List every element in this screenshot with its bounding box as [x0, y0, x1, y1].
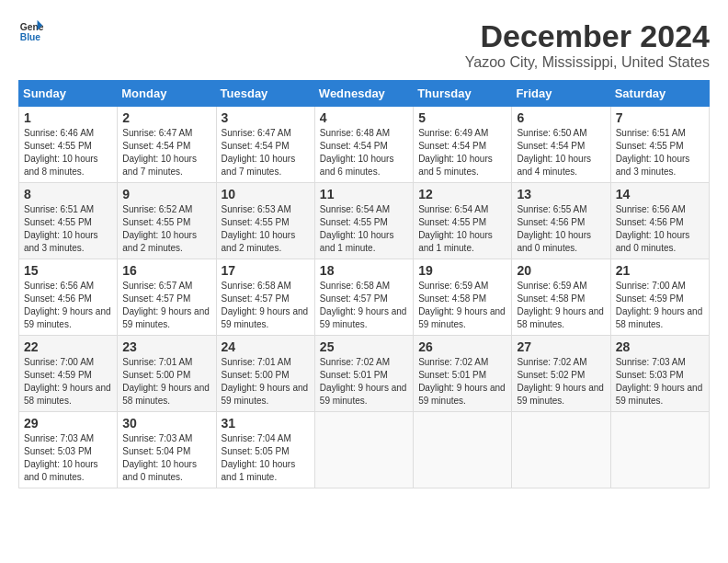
- day-number: 16: [122, 263, 210, 278]
- day-number: 19: [418, 263, 506, 278]
- day-header-wednesday: Wednesday: [314, 81, 413, 107]
- day-number: 18: [320, 263, 408, 278]
- day-info: Sunrise: 6:56 AMSunset: 4:56 PMDaylight:…: [616, 204, 690, 253]
- day-number: 4: [320, 110, 408, 125]
- page-title: December 2024: [465, 18, 710, 54]
- logo: General Blue: [18, 18, 44, 44]
- day-header-friday: Friday: [512, 81, 610, 107]
- calendar-cell: 15 Sunrise: 6:56 AMSunset: 4:56 PMDaylig…: [19, 259, 118, 336]
- day-info: Sunrise: 6:53 AMSunset: 4:55 PMDaylight:…: [222, 204, 296, 253]
- day-number: 25: [320, 339, 408, 354]
- day-info: Sunrise: 6:50 AMSunset: 4:54 PMDaylight:…: [517, 128, 591, 177]
- day-info: Sunrise: 7:03 AMSunset: 5:03 PMDaylight:…: [24, 433, 98, 482]
- day-info: Sunrise: 6:51 AMSunset: 4:55 PMDaylight:…: [24, 204, 98, 253]
- day-number: 21: [616, 263, 704, 278]
- day-info: Sunrise: 7:03 AMSunset: 5:04 PMDaylight:…: [122, 433, 197, 482]
- calendar-cell: 27 Sunrise: 7:02 AMSunset: 5:02 PMDaylig…: [512, 336, 610, 412]
- day-number: 5: [418, 110, 506, 125]
- day-number: 28: [616, 339, 704, 354]
- day-number: 8: [24, 187, 112, 201]
- day-header-sunday: Sunday: [19, 81, 118, 107]
- day-number: 22: [24, 339, 112, 354]
- calendar-cell: 9 Sunrise: 6:52 AMSunset: 4:55 PMDayligh…: [118, 183, 216, 259]
- day-number: 26: [418, 339, 506, 354]
- calendar-cell: 26 Sunrise: 7:02 AMSunset: 5:01 PMDaylig…: [414, 336, 512, 412]
- day-info: Sunrise: 6:59 AMSunset: 4:58 PMDaylight:…: [418, 281, 506, 329]
- calendar-cell: [512, 412, 610, 488]
- day-info: Sunrise: 6:59 AMSunset: 4:58 PMDaylight:…: [517, 281, 604, 329]
- calendar-cell: 7 Sunrise: 6:51 AMSunset: 4:55 PMDayligh…: [610, 107, 709, 183]
- calendar-cell: 21 Sunrise: 7:00 AMSunset: 4:59 PMDaylig…: [610, 259, 709, 336]
- day-info: Sunrise: 7:00 AMSunset: 4:59 PMDaylight:…: [616, 281, 703, 329]
- day-info: Sunrise: 7:00 AMSunset: 4:59 PMDaylight:…: [24, 357, 111, 406]
- day-number: 17: [222, 263, 310, 278]
- calendar-cell: 19 Sunrise: 6:59 AMSunset: 4:58 PMDaylig…: [414, 259, 512, 336]
- day-info: Sunrise: 6:47 AMSunset: 4:54 PMDaylight:…: [222, 128, 296, 177]
- day-info: Sunrise: 6:49 AMSunset: 4:54 PMDaylight:…: [418, 128, 493, 177]
- calendar-cell: 24 Sunrise: 7:01 AMSunset: 5:00 PMDaylig…: [216, 336, 314, 412]
- day-number: 3: [222, 110, 310, 125]
- day-info: Sunrise: 6:58 AMSunset: 4:57 PMDaylight:…: [320, 281, 407, 329]
- calendar-cell: 17 Sunrise: 6:58 AMSunset: 4:57 PMDaylig…: [216, 259, 314, 336]
- day-info: Sunrise: 7:01 AMSunset: 5:00 PMDaylight:…: [122, 357, 210, 406]
- calendar-cell: [314, 412, 413, 488]
- calendar-cell: 8 Sunrise: 6:51 AMSunset: 4:55 PMDayligh…: [19, 183, 118, 259]
- title-area: December 2024 Yazoo City, Mississippi, U…: [465, 18, 710, 71]
- calendar-cell: [414, 412, 512, 488]
- day-info: Sunrise: 7:02 AMSunset: 5:02 PMDaylight:…: [517, 357, 604, 406]
- day-number: 14: [616, 187, 704, 201]
- day-header-tuesday: Tuesday: [216, 81, 314, 107]
- calendar-cell: 5 Sunrise: 6:49 AMSunset: 4:54 PMDayligh…: [414, 107, 512, 183]
- calendar-cell: 16 Sunrise: 6:57 AMSunset: 4:57 PMDaylig…: [118, 259, 216, 336]
- day-info: Sunrise: 7:02 AMSunset: 5:01 PMDaylight:…: [320, 357, 407, 406]
- day-info: Sunrise: 7:04 AMSunset: 5:05 PMDaylight:…: [222, 433, 296, 482]
- day-info: Sunrise: 7:02 AMSunset: 5:01 PMDaylight:…: [418, 357, 506, 406]
- day-number: 2: [122, 110, 210, 125]
- day-number: 10: [222, 187, 310, 201]
- calendar-cell: 3 Sunrise: 6:47 AMSunset: 4:54 PMDayligh…: [216, 107, 314, 183]
- calendar-cell: 13 Sunrise: 6:55 AMSunset: 4:56 PMDaylig…: [512, 183, 610, 259]
- calendar-cell: 29 Sunrise: 7:03 AMSunset: 5:03 PMDaylig…: [19, 412, 118, 488]
- calendar-cell: 25 Sunrise: 7:02 AMSunset: 5:01 PMDaylig…: [314, 336, 413, 412]
- day-info: Sunrise: 6:47 AMSunset: 4:54 PMDaylight:…: [122, 128, 197, 177]
- day-info: Sunrise: 6:57 AMSunset: 4:57 PMDaylight:…: [122, 281, 210, 329]
- calendar-cell: 1 Sunrise: 6:46 AMSunset: 4:55 PMDayligh…: [19, 107, 118, 183]
- calendar-cell: 18 Sunrise: 6:58 AMSunset: 4:57 PMDaylig…: [314, 259, 413, 336]
- week-row-1: 1 Sunrise: 6:46 AMSunset: 4:55 PMDayligh…: [19, 107, 710, 183]
- day-number: 6: [517, 110, 605, 125]
- calendar-cell: 30 Sunrise: 7:03 AMSunset: 5:04 PMDaylig…: [118, 412, 216, 488]
- logo-icon: General Blue: [18, 18, 44, 44]
- day-info: Sunrise: 6:51 AMSunset: 4:55 PMDaylight:…: [616, 128, 690, 177]
- day-info: Sunrise: 6:54 AMSunset: 4:55 PMDaylight:…: [320, 204, 394, 253]
- day-number: 24: [222, 339, 310, 354]
- day-info: Sunrise: 6:52 AMSunset: 4:55 PMDaylight:…: [122, 204, 197, 253]
- calendar-cell: 2 Sunrise: 6:47 AMSunset: 4:54 PMDayligh…: [118, 107, 216, 183]
- calendar-cell: 22 Sunrise: 7:00 AMSunset: 4:59 PMDaylig…: [19, 336, 118, 412]
- calendar-cell: 11 Sunrise: 6:54 AMSunset: 4:55 PMDaylig…: [314, 183, 413, 259]
- calendar-cell: 12 Sunrise: 6:54 AMSunset: 4:55 PMDaylig…: [414, 183, 512, 259]
- day-number: 31: [222, 416, 310, 431]
- day-info: Sunrise: 6:54 AMSunset: 4:55 PMDaylight:…: [418, 204, 493, 253]
- day-number: 29: [24, 416, 112, 431]
- day-info: Sunrise: 6:56 AMSunset: 4:56 PMDaylight:…: [24, 281, 111, 329]
- day-number: 11: [320, 187, 408, 201]
- day-number: 23: [122, 339, 210, 354]
- page-subtitle: Yazoo City, Mississippi, United States: [465, 54, 710, 71]
- week-row-5: 29 Sunrise: 7:03 AMSunset: 5:03 PMDaylig…: [19, 412, 710, 488]
- day-header-row: SundayMondayTuesdayWednesdayThursdayFrid…: [19, 81, 710, 107]
- day-number: 12: [418, 187, 506, 201]
- calendar-cell: 28 Sunrise: 7:03 AMSunset: 5:03 PMDaylig…: [610, 336, 709, 412]
- day-number: 20: [517, 263, 605, 278]
- calendar-cell: [610, 412, 709, 488]
- day-number: 27: [517, 339, 605, 354]
- calendar-table: SundayMondayTuesdayWednesdayThursdayFrid…: [18, 80, 710, 488]
- week-row-4: 22 Sunrise: 7:00 AMSunset: 4:59 PMDaylig…: [19, 336, 710, 412]
- calendar-cell: 23 Sunrise: 7:01 AMSunset: 5:00 PMDaylig…: [118, 336, 216, 412]
- svg-text:Blue: Blue: [20, 32, 41, 42]
- day-info: Sunrise: 6:48 AMSunset: 4:54 PMDaylight:…: [320, 128, 394, 177]
- calendar-cell: 10 Sunrise: 6:53 AMSunset: 4:55 PMDaylig…: [216, 183, 314, 259]
- day-number: 15: [24, 263, 112, 278]
- day-info: Sunrise: 7:03 AMSunset: 5:03 PMDaylight:…: [616, 357, 703, 406]
- day-number: 9: [122, 187, 210, 201]
- calendar-cell: 20 Sunrise: 6:59 AMSunset: 4:58 PMDaylig…: [512, 259, 610, 336]
